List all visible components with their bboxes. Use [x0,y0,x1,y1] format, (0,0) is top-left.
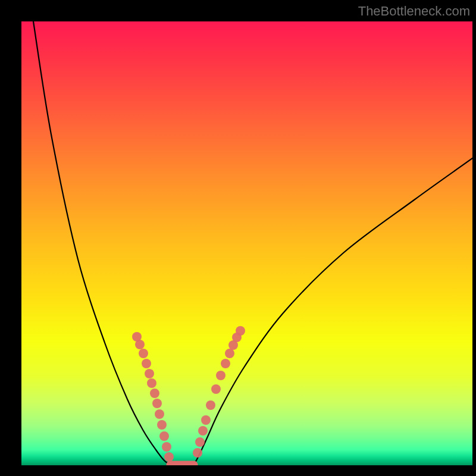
data-dot [201,415,211,425]
data-dot [147,378,156,388]
data-dot [157,420,167,430]
dots-right-group [193,326,245,458]
data-dot [236,326,245,336]
data-dot [159,431,169,441]
data-dot [225,349,234,358]
watermark-text: TheBottleneck.com [358,4,470,19]
plot-area [21,21,472,465]
dots-left-group [132,332,174,462]
data-dot [145,369,154,378]
data-dot [162,442,171,452]
data-dot [142,359,151,368]
data-dot [195,437,205,447]
data-dot [216,371,226,380]
data-dot [211,384,221,394]
curve-layer [21,21,472,465]
data-dot [198,426,208,436]
chart-frame: TheBottleneck.com [0,0,476,476]
right-curve-path [194,158,472,465]
data-dot [206,400,215,410]
left-curve-path [33,21,170,465]
data-dot [155,409,164,419]
data-dot [135,340,145,349]
data-dot [193,448,202,458]
data-dot [152,399,162,408]
data-dot [221,359,230,368]
data-dot [164,452,174,462]
data-dot [139,349,148,358]
data-dot [150,389,159,398]
